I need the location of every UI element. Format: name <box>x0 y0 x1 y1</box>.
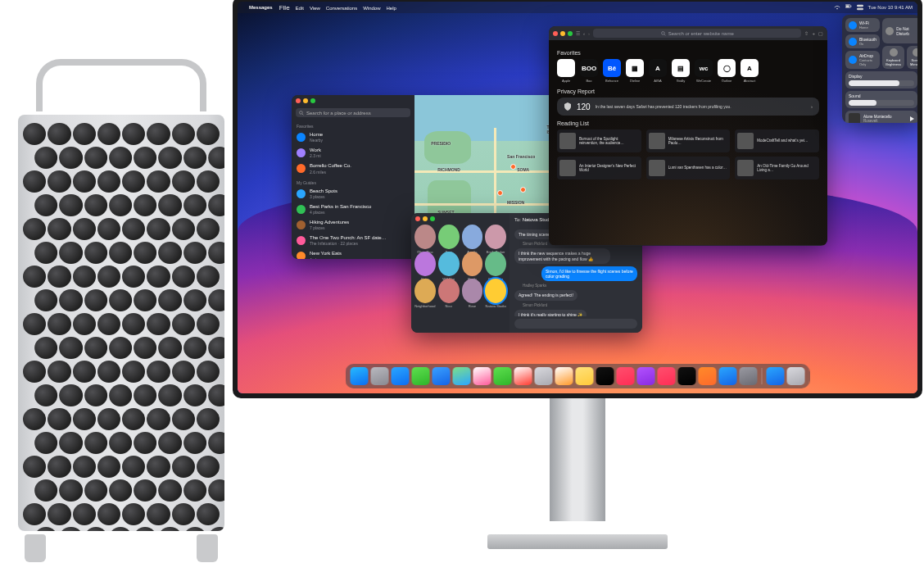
favorite-site[interactable]: BOOBoo <box>580 59 598 77</box>
maps-sidebar-item[interactable]: Beach Spots3 places <box>292 186 414 202</box>
maps-sidebar-item[interactable]: Best Parks in San Francisco4 places <box>292 202 414 217</box>
wifi-icon[interactable] <box>834 4 840 11</box>
nav-back-icon[interactable]: ‹ <box>583 31 585 36</box>
menu-bar[interactable]: Messages FileEditViewConversationsWindow… <box>238 2 917 13</box>
favorite-site[interactable]: AAIGA <box>649 59 667 77</box>
cc-screen-mirroring-tile[interactable]: Screen Mirroring <box>907 46 917 69</box>
share-icon[interactable]: ⇧ <box>804 30 808 36</box>
menu-edit[interactable]: Edit <box>296 6 304 11</box>
dock-app-downloads[interactable] <box>767 367 785 385</box>
dock-app-finder[interactable] <box>351 367 369 385</box>
control-center-panel[interactable]: Wi-FiHome BluetoothOn AirDropContacts On… <box>842 15 917 123</box>
reading-list-item[interactable]: ModeCraftTell and what's yet… <box>735 129 819 152</box>
pinned-conversation[interactable]: Core Four <box>485 252 506 276</box>
dock-app-app-store[interactable] <box>719 367 737 385</box>
control-center-icon[interactable] <box>857 4 863 11</box>
nav-forward-icon[interactable]: › <box>588 31 590 36</box>
menu-window[interactable]: Window <box>363 6 380 11</box>
dock-app-maps[interactable] <box>453 367 471 385</box>
reading-list-item[interactable]: An Interior Designer's New Perfect World <box>557 157 641 179</box>
pinned-conversation[interactable]: Amelia <box>462 225 483 249</box>
reading-list-item[interactable]: Lumi van Spenthaven has a color… <box>646 157 731 179</box>
menu-view[interactable]: View <box>310 6 320 11</box>
menu-help[interactable]: Help <box>387 6 396 11</box>
message-bubble[interactable]: Agreed! The ending is perfect! <box>514 290 578 300</box>
maps-sidebar-item[interactable]: Work2.3 mi <box>292 145 414 161</box>
pinned-conversation[interactable]: Will Cho <box>438 252 460 276</box>
pinned-conversation[interactable]: Olivia Rico <box>414 225 436 249</box>
privacy-report-card[interactable]: 120 In the last seven days Safari has pr… <box>557 98 819 116</box>
pinned-conversation[interactable]: Emily Parker <box>485 225 506 249</box>
dock-app-tv[interactable] <box>596 367 614 385</box>
map-pin[interactable] <box>520 187 526 193</box>
window-controls[interactable] <box>411 213 439 225</box>
window-controls[interactable] <box>292 95 414 107</box>
cc-display-slider[interactable]: Display <box>845 71 917 89</box>
reading-list-item[interactable]: An Old-Time Family Go Around Living a… <box>735 157 819 179</box>
menubar-app-name[interactable]: Messages <box>249 5 273 10</box>
maps-sidebar-item[interactable]: Hiking Adventures7 places <box>292 217 414 233</box>
cc-keyboard-brightness-tile[interactable]: Keyboard Brightness <box>882 46 904 69</box>
dock[interactable] <box>346 364 810 388</box>
message-bubble[interactable]: Simon, I'd like to finesse the flight sc… <box>541 266 637 282</box>
safari-window[interactable]: ☰ ‹ › Search or enter website name ⇧ + ▢… <box>549 26 827 246</box>
pinned-conversation[interactable]: Rose <box>462 279 483 303</box>
dock-app-news[interactable] <box>658 367 676 385</box>
cc-now-playing[interactable]: Alone MontecelloRosevelt <box>845 111 917 123</box>
favorite-site[interactable]: ▦Dieline <box>626 59 644 77</box>
reading-list-item[interactable]: Burnout of the Spotlight: reinvention, t… <box>557 129 641 152</box>
pinned-conversation[interactable]: Brody <box>462 252 483 276</box>
battery-icon[interactable] <box>845 4 852 11</box>
dock-app-photos[interactable] <box>473 367 491 385</box>
message-bubble[interactable]: I think it's really starting to shine ✨ <box>514 310 587 317</box>
menubar-clock[interactable]: Tue Nov 10 9:41 AM <box>868 5 913 10</box>
cc-bluetooth-tile[interactable]: BluetoothOn <box>845 34 880 48</box>
cc-wifi-tile[interactable]: Wi-FiHome <box>845 18 880 32</box>
dock-app-system-preferences[interactable] <box>740 367 758 385</box>
dock-app-notes[interactable] <box>576 367 594 385</box>
pinned-conversation[interactable]: Sam <box>438 225 460 249</box>
favorite-site[interactable]: AAbstract <box>741 59 759 77</box>
dock-app-reminders[interactable] <box>555 367 573 385</box>
dock-app-facetime[interactable] <box>494 367 512 385</box>
menu-file[interactable]: File <box>279 4 290 11</box>
reading-list-item[interactable]: Milanese Artists Reconstruct from Paolo… <box>646 129 731 152</box>
favorite-site[interactable]: Apple <box>557 59 575 77</box>
tabs-icon[interactable]: ▢ <box>818 30 823 36</box>
favorite-site[interactable]: BēBehance <box>603 59 621 77</box>
dock-app-calendar[interactable] <box>514 367 532 385</box>
pinned-conversation[interactable]: Nico <box>438 279 460 303</box>
play-icon[interactable] <box>910 116 914 121</box>
dock-app-books[interactable] <box>699 367 717 385</box>
address-bar[interactable]: Search or enter website name <box>593 29 801 38</box>
pinned-conversation[interactable]: Neighborhood <box>414 279 436 303</box>
map-pin[interactable] <box>497 190 503 196</box>
dock-app-stocks[interactable] <box>678 367 696 385</box>
maps-search-input[interactable]: Search for a place or address <box>296 108 410 117</box>
pinned-conversation[interactable]: Natova Studio <box>485 279 506 303</box>
dock-app-music[interactable] <box>617 367 635 385</box>
favorite-site[interactable]: wcWeCreate <box>695 59 713 77</box>
dock-app-launchpad[interactable] <box>371 367 389 385</box>
sidebar-toggle-icon[interactable]: ☰ <box>576 30 580 36</box>
new-tab-icon[interactable]: + <box>812 31 815 36</box>
maps-sidebar-item[interactable]: New York Eats4 places <box>292 248 414 259</box>
dock-app-trash[interactable] <box>787 367 805 385</box>
cc-sound-slider[interactable]: Sound <box>845 91 917 108</box>
dock-app-contacts[interactable] <box>535 367 553 385</box>
dock-app-podcasts[interactable] <box>637 367 655 385</box>
cc-dnd-tile[interactable]: Do Not Disturb <box>882 18 917 43</box>
maps-sidebar-item[interactable]: HomeNearby <box>292 129 414 145</box>
window-controls[interactable] <box>553 31 573 36</box>
pinned-conversation[interactable]: Katie <box>414 252 436 276</box>
message-input[interactable] <box>514 319 637 329</box>
maps-sidebar-item[interactable]: Borrello Coffee Co.2.6 miles <box>292 161 414 176</box>
cc-airdrop-tile[interactable]: AirDropContacts Only <box>845 51 880 69</box>
favorite-site[interactable]: ▤Gridly <box>672 59 690 77</box>
dock-app-mail[interactable] <box>433 367 451 385</box>
maps-sidebar-item[interactable]: The One Two Punch: An SF date…The Infatu… <box>292 233 414 248</box>
favorite-site[interactable]: ◯Outline <box>718 59 736 77</box>
dock-app-safari[interactable] <box>392 367 410 385</box>
map-pin[interactable] <box>510 164 516 170</box>
message-bubble[interactable]: I think the new sequence makes a huge im… <box>514 248 610 264</box>
